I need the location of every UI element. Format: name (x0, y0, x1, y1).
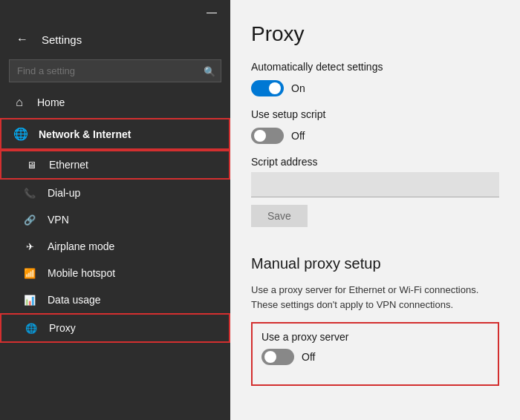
page-title: Proxy (251, 22, 499, 46)
setup-script-toggle[interactable] (251, 128, 284, 144)
setup-script-state: Off (291, 130, 305, 142)
vpn-icon: 🔗 (22, 214, 37, 226)
auto-detect-state: On (291, 82, 305, 94)
network-icon: 🌐 (13, 127, 28, 141)
search-container: 🔍 (9, 59, 221, 82)
save-button[interactable]: Save (251, 205, 308, 227)
script-address-label: Script address (251, 156, 499, 168)
dialup-icon: 📞 (22, 188, 37, 199)
sidebar-item-ethernet[interactable]: 🖥 Ethernet (0, 150, 230, 180)
datausage-icon: 📊 (22, 295, 37, 306)
sidebar-item-network[interactable]: 🌐 Network & Internet (0, 118, 230, 150)
home-icon: ⌂ (12, 96, 27, 109)
setup-script-toggle-row: Off (251, 128, 499, 144)
sidebar-title: Settings (42, 33, 82, 46)
sidebar-item-airplane[interactable]: ✈ Airplane mode (0, 233, 230, 260)
sidebar-item-home[interactable]: ⌂ Home (0, 87, 230, 118)
sidebar-item-dialup[interactable]: 📞 Dial-up (0, 180, 230, 206)
proxy-description: Use a proxy server for Ethernet or Wi-Fi… (251, 283, 499, 312)
search-input[interactable] (9, 59, 221, 82)
sidebar-item-label: Home (37, 96, 65, 108)
proxy-server-toggle[interactable] (261, 349, 294, 365)
sidebar-item-datausage[interactable]: 📊 Data usage (0, 286, 230, 313)
auto-detect-toggle[interactable] (251, 80, 284, 96)
sidebar-item-label: Network & Internet (39, 128, 131, 140)
auto-detect-label: Automatically detect settings (251, 61, 499, 73)
sidebar-item-label: Ethernet (49, 159, 88, 171)
setup-script-label: Use setup script (251, 108, 499, 120)
proxy-icon: 🌐 (24, 323, 39, 334)
proxy-server-toggle-row: Off (261, 349, 489, 365)
ethernet-icon: 🖥 (24, 160, 39, 171)
sidebar-item-proxy[interactable]: 🌐 Proxy (0, 313, 230, 343)
sidebar-item-label: VPN (48, 214, 69, 226)
minimize-button[interactable]: — (201, 4, 223, 19)
sidebar-item-hotspot[interactable]: 📶 Mobile hotspot (0, 260, 230, 286)
sidebar-item-label: Airplane mode (48, 240, 114, 252)
proxy-server-box: Use a proxy server Off (251, 322, 499, 386)
hotspot-icon: 📶 (22, 268, 37, 279)
sidebar-item-label: Data usage (48, 294, 101, 306)
script-address-input[interactable] (251, 172, 499, 197)
proxy-server-state: Off (302, 351, 315, 363)
sidebar-item-vpn[interactable]: 🔗 VPN (0, 206, 230, 233)
main-content: Proxy Automatically detect settings On U… (230, 0, 520, 420)
sidebar-item-label: Mobile hotspot (48, 267, 115, 279)
back-button[interactable]: ← (12, 31, 33, 47)
sidebar-item-label: Dial-up (48, 187, 80, 199)
search-icon: 🔍 (204, 65, 215, 76)
proxy-server-label: Use a proxy server (261, 331, 489, 343)
airplane-icon: ✈ (22, 241, 37, 252)
manual-proxy-heading: Manual proxy setup (251, 255, 499, 272)
sidebar-item-label: Proxy (49, 322, 76, 334)
auto-detect-toggle-row: On (251, 80, 499, 96)
